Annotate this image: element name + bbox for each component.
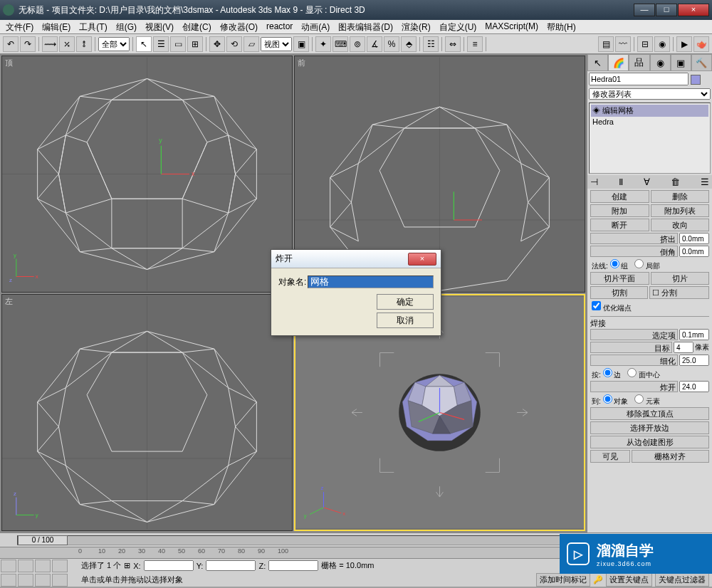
bind-button[interactable]: ⥉ [76, 36, 92, 52]
maximize-button[interactable]: □ [656, 4, 677, 16]
show-result-icon[interactable]: Ⅱ [619, 177, 623, 187]
status-btn-7[interactable] [35, 574, 51, 587]
pin-stack-icon[interactable]: ⊣ [590, 177, 598, 187]
explode-button[interactable]: 炸开 [590, 381, 678, 392]
x-coord-field[interactable] [144, 560, 194, 571]
tessellate-button[interactable]: 细化 [590, 355, 678, 366]
select-open-button[interactable]: 选择开放边 [590, 421, 709, 434]
status-btn-5[interactable] [1, 574, 16, 587]
close-button[interactable]: × [678, 4, 709, 16]
cut-button[interactable]: 切割 [590, 286, 648, 299]
normals-group-radio[interactable]: 组 [610, 262, 629, 270]
unlink-button[interactable]: ⤰ [59, 36, 75, 52]
pivot-button[interactable]: ▣ [293, 36, 309, 52]
slice-button[interactable]: 切片 [651, 272, 710, 285]
create-shape-button[interactable]: 从边创建图形 [590, 436, 709, 448]
display-tab[interactable]: ▣ [671, 54, 691, 71]
menu-maxscript[interactable]: MAXScript(M) [481, 20, 543, 33]
stack-item-hedra[interactable]: Hedra [591, 117, 708, 127]
split-checkbox[interactable]: ☐ 分割 [649, 286, 709, 299]
menu-graph[interactable]: 图表编辑器(D) [334, 20, 397, 33]
z-coord-field[interactable] [268, 560, 318, 571]
motion-tab[interactable]: ◉ [650, 54, 671, 71]
render-scene-button[interactable]: ▶ [676, 36, 692, 52]
menu-render[interactable]: 渲染(R) [397, 20, 435, 33]
menu-help[interactable]: 帮助(H) [543, 20, 580, 33]
menu-group[interactable]: 组(G) [112, 20, 141, 33]
key-filter-button[interactable]: 关键点过滤器 [655, 573, 709, 587]
status-btn-3[interactable] [35, 560, 51, 572]
visible-button[interactable]: 可见 [590, 450, 630, 463]
selection-filter[interactable]: 全部 [98, 37, 130, 51]
slice-plane-button[interactable]: 切片平面 [590, 272, 649, 285]
extrude-spinner[interactable] [679, 233, 709, 244]
hierarchy-tab[interactable]: 品 [629, 54, 649, 71]
layer-button[interactable]: ▤ [598, 36, 614, 52]
select-region-button[interactable]: ▭ [170, 36, 186, 52]
utilities-tab[interactable]: 🔨 [691, 54, 712, 71]
link-button[interactable]: ⟿ [42, 36, 58, 52]
curve-editor-button[interactable]: 〰 [615, 36, 631, 52]
menu-reactor[interactable]: reactor [262, 20, 297, 33]
object-color-swatch[interactable] [691, 75, 701, 85]
make-unique-icon[interactable]: ∀ [644, 177, 650, 187]
configure-icon[interactable]: ☰ [701, 177, 709, 187]
create-tab[interactable]: ↖ [587, 54, 608, 71]
ref-coord-dropdown[interactable]: 视图 [261, 37, 292, 51]
add-time-tag[interactable]: 添加时间标记 [536, 573, 590, 587]
keyboard-button[interactable]: ⌨ [333, 36, 348, 52]
menu-file[interactable]: 文件(F) [1, 20, 38, 33]
menu-create[interactable]: 创建(C) [178, 20, 216, 33]
viewport-left[interactable]: 左 yz [1, 294, 293, 531]
select-button[interactable]: ↖ [136, 36, 152, 52]
spinner-snap-button[interactable]: ⬘ [401, 36, 417, 52]
redo-button[interactable]: ↷ [20, 36, 36, 52]
select-name-button[interactable]: ☰ [153, 36, 169, 52]
undo-button[interactable]: ↶ [3, 36, 19, 52]
named-sel-button[interactable]: ☷ [423, 36, 439, 52]
schematic-button[interactable]: ⊟ [637, 36, 653, 52]
material-button[interactable]: ◉ [654, 36, 670, 52]
snap-button[interactable]: ⊚ [350, 36, 365, 52]
cancel-button[interactable]: 取消 [377, 313, 434, 328]
chamfer-button[interactable]: 倒角 [590, 246, 678, 257]
tessellate-spinner[interactable] [679, 355, 709, 366]
weld-target-spinner[interactable] [674, 342, 693, 353]
remove-mod-icon[interactable]: 🗑 [671, 177, 680, 187]
to-object-radio[interactable]: 对象 [603, 397, 629, 405]
status-btn-8[interactable] [52, 574, 68, 587]
viewport-top[interactable]: 顶 xy xyz [1, 56, 293, 293]
stack-item-edit-mesh[interactable]: ◈ 编辑网格 [591, 105, 708, 117]
menu-tools[interactable]: 工具(T) [75, 20, 111, 33]
rotate-button[interactable]: ⟲ [226, 36, 242, 52]
menu-modifiers[interactable]: 修改器(O) [216, 20, 262, 33]
to-element-radio[interactable]: 元素 [634, 397, 660, 405]
status-btn-6[interactable] [18, 574, 33, 587]
weld-selected-spinner[interactable] [679, 329, 709, 340]
normals-local-radio[interactable]: 局部 [634, 262, 660, 270]
percent-snap-button[interactable]: % [384, 36, 399, 52]
weld-target-button[interactable]: 目标 [590, 342, 672, 353]
menu-views[interactable]: 视图(V) [141, 20, 178, 33]
set-key-button[interactable]: 设置关键点 [606, 573, 652, 587]
scale-button[interactable]: ▱ [244, 36, 259, 52]
delete-button[interactable]: 删除 [651, 190, 710, 203]
dialog-close-button[interactable]: × [408, 253, 436, 266]
extrude-button[interactable]: 挤出 [590, 233, 678, 244]
detach-button[interactable]: 断开 [590, 219, 649, 231]
window-crossing-button[interactable]: ⊞ [187, 36, 203, 52]
modifier-list-dropdown[interactable]: 修改器列表 [589, 88, 711, 100]
ok-button[interactable]: 确定 [377, 294, 434, 310]
menu-animation[interactable]: 动画(A) [297, 20, 334, 33]
menu-edit[interactable]: 编辑(E) [38, 20, 75, 33]
by-face-center-radio[interactable]: 面中心 [627, 371, 660, 379]
reverse-button[interactable]: 改向 [651, 219, 710, 231]
object-name-field[interactable] [589, 73, 689, 85]
attach-list-button[interactable]: 附加列表 [651, 204, 710, 217]
modify-tab[interactable]: 🌈 [608, 54, 629, 71]
refine-checkbox[interactable]: 优化端点 [592, 304, 632, 312]
attach-button[interactable]: 附加 [590, 204, 649, 217]
mirror-button[interactable]: ⇔ [445, 36, 461, 52]
status-btn-2[interactable] [18, 560, 33, 572]
minimize-button[interactable]: — [634, 4, 655, 16]
